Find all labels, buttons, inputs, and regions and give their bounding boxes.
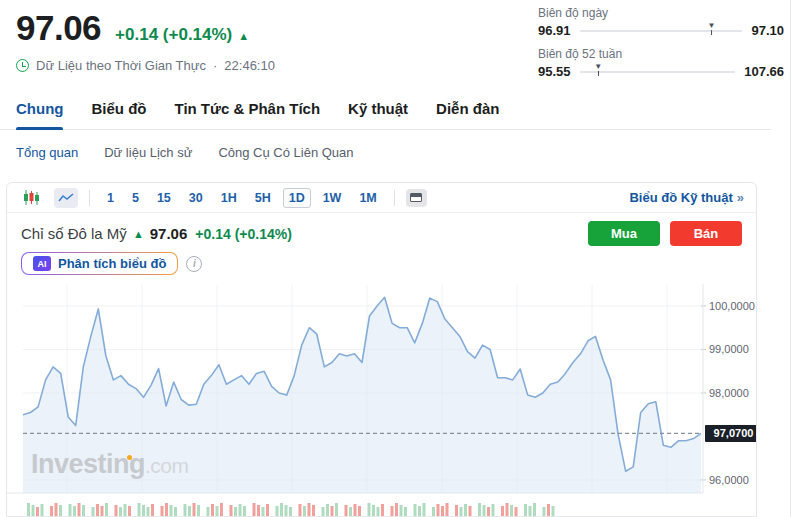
y-axis-label: 96,0000 — [709, 474, 749, 486]
up-triangle-icon: ▲ — [238, 30, 249, 42]
buy-button[interactable]: Mua — [588, 221, 660, 246]
technical-chart-link[interactable]: Biểu đồ Kỹ thuật» — [629, 190, 744, 205]
week52-range-max: 107.66 — [744, 64, 784, 79]
subtab-du-lieu-lich-su[interactable]: Dữ liệu Lịch sử — [104, 145, 192, 160]
subtab-tong-quan[interactable]: Tổng quan — [16, 145, 78, 160]
quote-header: 97.06 +0.14 (+0.14%)▲ Dữ Liệu theo Thời … — [16, 8, 275, 73]
timeframe-1m[interactable]: 1M — [353, 188, 382, 208]
y-axis-label: 98,0000 — [709, 387, 749, 399]
ranges-panel: Biên độ ngày 96.91 ▼ 97.10 Biên độ 52 tu… — [538, 6, 784, 79]
candlestick-chart-icon[interactable] — [19, 188, 43, 208]
price-chart[interactable] — [7, 279, 756, 517]
timeframe-1d[interactable]: 1D — [283, 188, 311, 208]
day-range-max: 97.10 — [751, 23, 784, 38]
up-arrow-icon: ▲ — [133, 228, 144, 240]
watermark-dot-icon — [127, 455, 132, 460]
current-price-badge: 97,0700 — [705, 425, 757, 442]
chart-layout-icon[interactable] — [406, 189, 427, 207]
subtab-cong-cu[interactable]: Công Cụ Có Liên Quan — [218, 145, 353, 160]
tab-tin-tuc[interactable]: Tin Tức & Phân Tích — [174, 100, 320, 117]
info-icon[interactable]: i — [186, 256, 202, 272]
chart-header: Chỉ số Đô la Mỹ ▲ 97.06 +0.14 (+0.14%) M… — [21, 221, 742, 246]
ai-analysis-button[interactable]: AI Phân tích biểu đồ — [21, 252, 178, 275]
toolbar-separator — [394, 190, 395, 206]
subtab-bar: Tổng quan Dữ liệu Lịch sử Công Cụ Có Liê… — [16, 145, 354, 160]
tab-bar: Chung Biểu đồ Tin Tức & Phân Tích Kỹ thu… — [0, 100, 771, 130]
week52-range-label: Biên độ 52 tuần — [538, 47, 784, 61]
chart-price: 97.06 — [150, 225, 188, 242]
clock-icon — [16, 59, 29, 72]
timeframe-list: 1 5 15 30 1H 5H 1D 1W 1M — [101, 188, 383, 208]
y-axis-label: 100,0000 — [709, 300, 755, 312]
y-axis: 100,000099,000098,000096,0000 — [709, 279, 757, 517]
day-range-label: Biên độ ngày — [538, 6, 784, 20]
column-divider — [790, 0, 791, 517]
ai-analysis-row: AI Phân tích biểu đồ i — [21, 252, 756, 275]
last-price: 97.06 — [16, 8, 101, 48]
toolbar-separator — [89, 190, 90, 206]
price-change: +0.14 (+0.14%)▲ — [115, 25, 249, 45]
chart-title: Chỉ số Đô la Mỹ — [21, 225, 127, 242]
day-range-marker-icon: ▼ — [708, 22, 716, 30]
timeframe-1[interactable]: 1 — [101, 188, 120, 208]
chart-container: 1 5 15 30 1H 5H 1D 1W 1M Biểu đồ Kỹ thuậ… — [6, 182, 757, 517]
timeframe-1h[interactable]: 1H — [215, 188, 243, 208]
timeframe-1w[interactable]: 1W — [317, 188, 348, 208]
chart-change: +0.14 (+0.14%) — [195, 226, 292, 242]
ai-badge-icon: AI — [33, 256, 51, 271]
chevrons-icon: » — [737, 190, 744, 205]
tab-dien-dan[interactable]: Diễn đàn — [436, 100, 499, 117]
week52-range-marker-icon: ▼ — [594, 63, 602, 71]
day-range-track: ▼ — [580, 30, 743, 32]
chart-toolbar: 1 5 15 30 1H 5H 1D 1W 1M Biểu đồ Kỹ thuậ… — [7, 183, 756, 213]
tab-ky-thuat[interactable]: Kỹ thuật — [348, 100, 408, 117]
line-chart-icon[interactable] — [54, 188, 78, 208]
week52-range-track: ▼ — [580, 71, 736, 73]
day-range: Biên độ ngày 96.91 ▼ 97.10 — [538, 6, 784, 38]
timeframe-15[interactable]: 15 — [151, 188, 177, 208]
tab-chung[interactable]: Chung — [16, 100, 63, 117]
week52-range-min: 95.55 — [538, 64, 571, 79]
instrument-overview-page: 97.06 +0.14 (+0.14%)▲ Dữ Liệu theo Thời … — [0, 0, 800, 517]
quote-time: 22:46:10 — [224, 58, 275, 73]
sell-button[interactable]: Bán — [670, 221, 742, 246]
tab-bieu-do[interactable]: Biểu đồ — [91, 100, 146, 117]
realtime-label: Dữ Liệu theo Thời Gian Thực — [36, 58, 206, 73]
investing-watermark: Investing.com — [31, 449, 189, 480]
timeframe-5[interactable]: 5 — [126, 188, 145, 208]
timeframe-30[interactable]: 30 — [183, 188, 209, 208]
timeframe-5h[interactable]: 5H — [249, 188, 277, 208]
ai-analysis-label: Phân tích biểu đồ — [58, 256, 166, 271]
dot-separator: · — [213, 58, 217, 73]
y-axis-label: 99,0000 — [709, 343, 749, 355]
day-range-min: 96.91 — [538, 23, 571, 38]
week52-range: Biên độ 52 tuần 95.55 ▼ 107.66 — [538, 47, 784, 79]
